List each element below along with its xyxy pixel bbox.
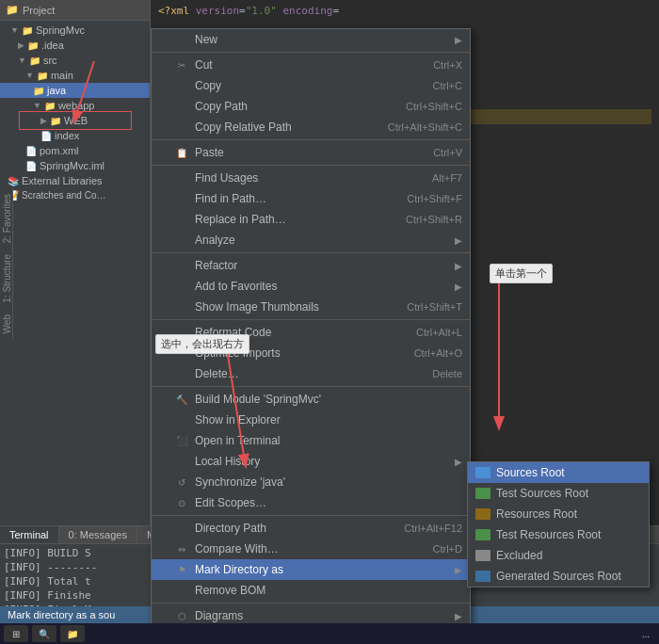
tree-item-springmvciml[interactable]: 📄 SpringMvc.iml <box>0 158 150 173</box>
copy-rel-icon <box>174 120 189 135</box>
tree-item-webapp[interactable]: ▼ 📁 webapp <box>0 98 150 113</box>
separator-6 <box>152 386 470 387</box>
menu-item-scopes[interactable]: ⊙ Edit Scopes… <box>152 492 470 513</box>
history-icon <box>174 454 189 469</box>
separator-2 <box>152 139 470 140</box>
menu-item-analyze[interactable]: Analyze ▶ <box>152 230 470 250</box>
menu-item-delete[interactable]: Delete… Delete <box>152 363 470 384</box>
submenu-resources[interactable]: Resources Root <box>468 504 649 524</box>
taskbar: ⊞ 🔍 📁 ... <box>0 623 659 644</box>
menu-item-dir-path[interactable]: Directory Path Ctrl+Alt+F12 <box>152 518 470 539</box>
menu-item-cut[interactable]: ✂ Cut Ctrl+X <box>152 55 470 75</box>
menu-item-find-path[interactable]: Find in Path… Ctrl+Shift+F <box>152 188 470 209</box>
files-button[interactable]: 📁 <box>60 625 85 642</box>
tab-messages[interactable]: 0: Messages <box>59 526 137 543</box>
menu-item-replace-path[interactable]: Replace in Path… Ctrl+Shift+R <box>152 209 470 230</box>
submenu-generated-sources[interactable]: Generated Sources Root <box>468 566 649 587</box>
thumbnails-icon <box>174 299 189 314</box>
menu-item-synchronize[interactable]: ↺ Synchronize 'java' <box>152 472 470 492</box>
menu-item-new[interactable]: New ▶ <box>152 29 470 50</box>
favorites-submenu-arrow: ▶ <box>455 282 462 292</box>
side-tab-favorites[interactable]: 2: Favorites <box>0 188 14 249</box>
find-usages-icon <box>174 170 189 185</box>
mark-directory-submenu: Sources Root Test Sources Root Resources… <box>467 461 650 588</box>
taskbar-clock: ... <box>636 629 655 639</box>
tree-item-java[interactable]: 📁 java <box>0 83 150 98</box>
explorer-icon <box>174 412 189 427</box>
mark-dir-submenu-arrow: ▶ <box>455 565 462 575</box>
menu-item-favorites[interactable]: Add to Favorites ▶ <box>152 276 470 297</box>
separator-3 <box>152 165 470 166</box>
build-icon: 🔨 <box>174 392 189 407</box>
mark-dir-icon: ⚑ <box>174 562 189 577</box>
analyze-icon <box>174 233 189 248</box>
menu-item-refactor[interactable]: Refactor ▶ <box>152 255 470 276</box>
menu-item-paste[interactable]: 📋 Paste Ctrl+V <box>152 142 470 163</box>
search-button[interactable]: 🔍 <box>32 625 56 642</box>
project-panel: 📁 Project ▼ 📁 SpringMvc ▶ 📁 .idea ▼ 📁 sr… <box>0 0 151 546</box>
resources-icon <box>475 508 490 520</box>
menu-item-copy-path[interactable]: Copy Path Ctrl+Shift+C <box>152 96 470 117</box>
side-tab-structure[interactable]: 1: Structure <box>0 249 14 309</box>
separator-4 <box>152 252 470 253</box>
compare-icon: ⇔ <box>174 541 189 556</box>
tree-item-scratches[interactable]: 📝 Scratches and Co… <box>0 188 150 202</box>
menu-item-compare[interactable]: ⇔ Compare With… Ctrl+D <box>152 539 470 559</box>
tree-item-web[interactable]: ▶ 📁 WEB <box>0 113 150 128</box>
diagrams-icon: ⬡ <box>174 608 189 623</box>
refactor-icon <box>174 258 189 273</box>
submenu-arrow: ▶ <box>455 35 462 45</box>
submenu-excluded[interactable]: Excluded <box>468 545 649 566</box>
separator-8 <box>152 603 470 604</box>
find-path-icon <box>174 191 189 206</box>
menu-item-terminal[interactable]: ⬛ Open in Terminal <box>152 430 470 451</box>
code-line-1: <?xml version="1.0" encoding= <box>158 4 651 19</box>
replace-icon <box>174 212 189 227</box>
test-sources-icon <box>475 488 490 499</box>
tree-item-index[interactable]: 📄 index <box>0 128 150 143</box>
analyze-submenu-arrow: ▶ <box>455 235 462 246</box>
annotation-note-2: 单击第一个 <box>490 264 553 283</box>
tree-item-springmvc[interactable]: ▼ 📁 SpringMvc <box>0 23 150 38</box>
project-panel-header: 📁 Project <box>0 0 150 21</box>
status-text: Mark directory as a sou <box>8 609 115 620</box>
separator-7 <box>152 515 470 516</box>
submenu-test-resources[interactable]: Test Resources Root <box>468 524 649 545</box>
generated-sources-icon <box>475 571 490 582</box>
tree-item-pom[interactable]: 📄 pom.xml <box>0 143 150 158</box>
project-icon: 📁 <box>6 4 19 16</box>
submenu-sources-root[interactable]: Sources Root <box>468 462 649 483</box>
separator-5 <box>152 319 470 320</box>
menu-item-copy-relative-path[interactable]: Copy Relative Path Ctrl+Alt+Shift+C <box>152 117 470 137</box>
menu-item-find-usages[interactable]: Find Usages Alt+F7 <box>152 168 470 188</box>
side-tabs: 2: Favorites 1: Structure Web <box>0 188 13 339</box>
tree-item-external[interactable]: 📚 External Libraries <box>0 173 150 188</box>
project-title: Project <box>23 5 55 16</box>
menu-item-build[interactable]: 🔨 Build Module 'SpringMvc' <box>152 389 470 410</box>
tree-item-main[interactable]: ▼ 📁 main <box>0 68 150 83</box>
menu-item-mark-dir[interactable]: ⚑ Mark Directory as ▶ <box>152 559 470 580</box>
tree-item-idea[interactable]: ▶ 📁 .idea <box>0 38 150 53</box>
terminal-icon: ⬛ <box>174 433 189 448</box>
refactor-submenu-arrow: ▶ <box>455 261 462 271</box>
project-tree: ▼ 📁 SpringMvc ▶ 📁 .idea ▼ 📁 src ▼ 📁 main… <box>0 21 150 204</box>
menu-item-thumbnails[interactable]: Show Image Thumbnails Ctrl+Shift+T <box>152 297 470 317</box>
side-tab-web[interactable]: Web <box>0 309 14 339</box>
menu-item-copy[interactable]: Copy Ctrl+C <box>152 75 470 96</box>
history-submenu-arrow: ▶ <box>455 457 462 467</box>
menu-item-remove-bom[interactable]: Remove BOM <box>152 580 470 601</box>
cut-icon: ✂ <box>174 57 189 72</box>
menu-item-show-explorer[interactable]: Show in Explorer <box>152 410 470 430</box>
tab-terminal[interactable]: Terminal <box>0 526 59 543</box>
start-button[interactable]: ⊞ <box>4 625 28 642</box>
copy-path-icon <box>174 99 189 114</box>
sources-root-icon <box>475 467 490 478</box>
test-resources-icon <box>475 529 490 540</box>
delete-icon <box>174 366 189 381</box>
scopes-icon: ⊙ <box>174 495 189 510</box>
sync-icon: ↺ <box>174 475 189 490</box>
tree-item-src[interactable]: ▼ 📁 src <box>0 53 150 68</box>
submenu-test-sources[interactable]: Test Sources Root <box>468 483 649 504</box>
menu-item-history[interactable]: Local History ▶ <box>152 451 470 472</box>
new-icon <box>174 32 189 47</box>
